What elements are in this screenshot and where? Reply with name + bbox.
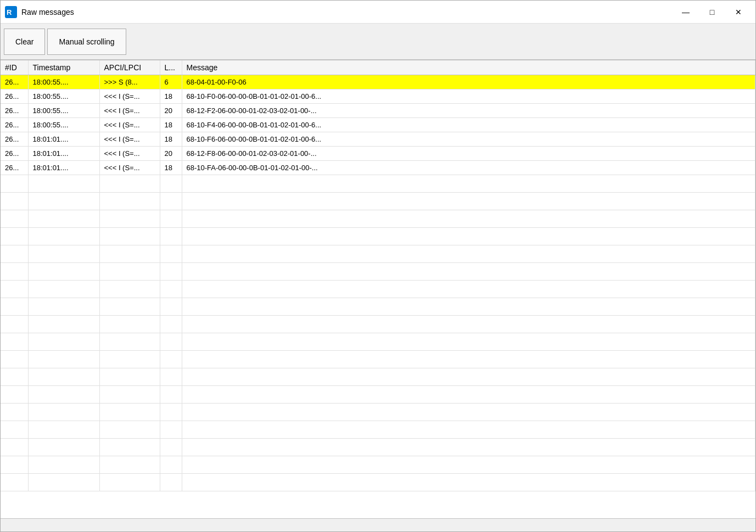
cell-message: 68-12-F2-06-00-00-01-02-03-02-01-00-...	[182, 104, 755, 118]
cell-apci: <<< I (S=...	[99, 89, 160, 104]
table-row-empty	[1, 228, 755, 245]
title-bar: R Raw messages — □ ✕	[1, 1, 755, 24]
app-icon: R	[5, 6, 17, 18]
messages-table: #ID Timestamp APCI/LPCI L... Message 26.…	[1, 60, 755, 491]
cell-apci: <<< I (S=...	[99, 132, 160, 147]
table-row[interactable]: 26...18:01:01....<<< I (S=...1868-10-F6-…	[1, 132, 755, 147]
cell-message: 68-10-F6-06-00-00-0B-01-01-02-01-00-6...	[182, 132, 755, 147]
cell-id: 26...	[1, 75, 28, 89]
cell-id: 26...	[1, 118, 28, 132]
cell-len: 20	[160, 104, 182, 118]
clear-button[interactable]: Clear	[4, 29, 45, 55]
svg-text:R: R	[7, 8, 12, 16]
table-row[interactable]: 26...18:00:55....<<< I (S=...1868-10-F4-…	[1, 118, 755, 132]
cell-len: 18	[160, 118, 182, 132]
table-body: 26...18:00:55....>>> S (8...668-04-01-00…	[1, 75, 755, 491]
cell-len: 18	[160, 132, 182, 147]
table-row-empty	[1, 386, 755, 404]
close-button[interactable]: ✕	[726, 4, 751, 20]
cell-message: 68-10-FA-06-00-00-0B-01-01-02-01-00-...	[182, 161, 755, 175]
table-header: #ID Timestamp APCI/LPCI L... Message	[1, 60, 755, 75]
cell-apci: <<< I (S=...	[99, 118, 160, 132]
cell-apci: >>> S (8...	[99, 75, 160, 89]
cell-apci: <<< I (S=...	[99, 147, 160, 161]
table-row[interactable]: 26...18:00:55....>>> S (8...668-04-01-00…	[1, 75, 755, 89]
table-row-empty	[1, 193, 755, 210]
window-controls: — □ ✕	[673, 4, 751, 20]
table-row[interactable]: 26...18:00:55....<<< I (S=...2068-12-F2-…	[1, 104, 755, 118]
col-header-timestamp: Timestamp	[28, 60, 99, 75]
table-row-empty	[1, 316, 755, 333]
cell-id: 26...	[1, 104, 28, 118]
cell-message: 68-10-F4-06-00-00-0B-01-01-02-01-00-6...	[182, 118, 755, 132]
cell-id: 26...	[1, 89, 28, 104]
cell-len: 6	[160, 75, 182, 89]
cell-timestamp: 18:00:55....	[28, 89, 99, 104]
toolbar: Clear Manual scrolling	[1, 24, 755, 60]
messages-table-container[interactable]: #ID Timestamp APCI/LPCI L... Message 26.…	[1, 60, 755, 518]
table-row-empty	[1, 333, 755, 351]
status-bar	[1, 518, 755, 531]
col-header-id: #ID	[1, 60, 28, 75]
table-row-empty	[1, 439, 755, 456]
table-row-empty	[1, 456, 755, 474]
table-row-empty	[1, 351, 755, 368]
cell-message: 68-10-F0-06-00-00-0B-01-01-02-01-00-6...	[182, 89, 755, 104]
cell-message: 68-04-01-00-F0-06	[182, 75, 755, 89]
manual-scrolling-button[interactable]: Manual scrolling	[47, 29, 126, 55]
cell-timestamp: 18:01:01....	[28, 161, 99, 175]
col-header-message: Message	[182, 60, 755, 75]
cell-timestamp: 18:01:01....	[28, 132, 99, 147]
table-row-empty	[1, 421, 755, 439]
main-window: R Raw messages — □ ✕ Clear Manual scroll…	[0, 0, 756, 532]
cell-message: 68-12-F8-06-00-00-01-02-03-02-01-00-...	[182, 147, 755, 161]
cell-id: 26...	[1, 132, 28, 147]
cell-timestamp: 18:00:55....	[28, 104, 99, 118]
table-row-empty	[1, 404, 755, 421]
cell-apci: <<< I (S=...	[99, 161, 160, 175]
table-row-empty	[1, 368, 755, 386]
table-row[interactable]: 26...18:00:55....<<< I (S=...1868-10-F0-…	[1, 89, 755, 104]
table-row-empty	[1, 474, 755, 491]
maximize-button[interactable]: □	[699, 4, 725, 20]
table-row-empty	[1, 210, 755, 228]
cell-timestamp: 18:01:01....	[28, 147, 99, 161]
cell-len: 18	[160, 89, 182, 104]
table-row-empty	[1, 281, 755, 298]
cell-id: 26...	[1, 161, 28, 175]
table-row-empty	[1, 298, 755, 316]
table-row-empty	[1, 245, 755, 263]
table-row-empty	[1, 263, 755, 281]
minimize-button[interactable]: —	[673, 4, 698, 20]
cell-id: 26...	[1, 147, 28, 161]
col-header-len: L...	[160, 60, 182, 75]
cell-len: 18	[160, 161, 182, 175]
cell-apci: <<< I (S=...	[99, 104, 160, 118]
window-title: Raw messages	[21, 8, 673, 16]
table-row-empty	[1, 175, 755, 193]
cell-timestamp: 18:00:55....	[28, 75, 99, 89]
col-header-apci: APCI/LPCI	[99, 60, 160, 75]
table-row[interactable]: 26...18:01:01....<<< I (S=...2068-12-F8-…	[1, 147, 755, 161]
cell-len: 20	[160, 147, 182, 161]
table-row[interactable]: 26...18:01:01....<<< I (S=...1868-10-FA-…	[1, 161, 755, 175]
cell-timestamp: 18:00:55....	[28, 118, 99, 132]
